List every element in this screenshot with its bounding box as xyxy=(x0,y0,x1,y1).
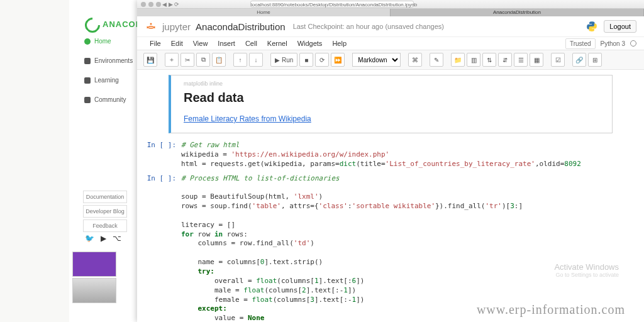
link-developer-blog[interactable]: Developer Blog xyxy=(83,205,127,218)
copy-icon[interactable]: ⧉ xyxy=(196,53,210,67)
add-cell-icon[interactable]: ＋ xyxy=(165,53,179,67)
link-documentation[interactable]: Documentation xyxy=(83,191,127,203)
menu-insert[interactable]: Insert xyxy=(213,37,240,50)
cell-prompt: In [ ]: xyxy=(143,174,181,322)
nav-community[interactable]: Community xyxy=(80,90,136,109)
run-label: Run xyxy=(282,57,293,64)
window-controls[interactable] xyxy=(141,2,161,7)
logout-button[interactable]: Logout xyxy=(604,20,636,33)
save-icon[interactable]: 💾 xyxy=(143,53,157,67)
code-body[interactable]: # Process HTML to list-of-dictionaries s… xyxy=(181,174,613,322)
nav-label: Home xyxy=(94,38,111,45)
tab-home[interactable]: Home xyxy=(137,9,391,16)
book-icon xyxy=(84,77,91,84)
nav-label: Learning xyxy=(94,77,119,84)
menu-edit[interactable]: Edit xyxy=(166,37,188,50)
edit-icon[interactable]: ✎ xyxy=(430,53,443,67)
list-icon[interactable]: ☰ xyxy=(514,53,528,67)
jupyter-toolbar: 💾 ＋ ✂ ⧉ 📋 ↑ ↓ ▶ Run ■ ⟳ ⏩ Markdown ⌘ ✎ 📁… xyxy=(137,50,644,70)
svg-point-0 xyxy=(150,23,152,25)
image-icon[interactable]: ⊞ xyxy=(588,53,602,67)
tab-notebook[interactable]: AnacondaDistribution xyxy=(391,9,644,16)
kernel-name[interactable]: Python 3 xyxy=(601,40,625,47)
browser-tabs: Home AnacondaDistribution xyxy=(137,9,644,16)
jupyter-logo-icon xyxy=(145,20,157,33)
fast-forward-icon[interactable]: ⏩ xyxy=(331,53,345,67)
md-faint-text: matplotlib inline xyxy=(184,80,599,87)
notebook-body: matplotlib inline Read data Female Liter… xyxy=(137,70,644,322)
menu-bar: File Edit View Insert Cell Kernel Widget… xyxy=(137,37,644,50)
checkpoint-text: Last Checkpoint: an hour ago (unsaved ch… xyxy=(293,23,444,30)
menu-kernel[interactable]: Kernel xyxy=(262,37,292,50)
cube-icon xyxy=(84,58,91,64)
anaconda-logo: ANACON xyxy=(85,18,142,33)
code-cell-1[interactable]: In [ ]: # Get raw html wikipedia = 'http… xyxy=(143,141,613,169)
sort-desc-icon[interactable]: ⇵ xyxy=(498,53,512,67)
github-icon[interactable]: ⌥ xyxy=(113,234,121,243)
code-cell-2[interactable]: In [ ]: # Process HTML to list-of-dictio… xyxy=(143,174,613,322)
nav-learning[interactable]: Learning xyxy=(80,70,136,90)
run-button[interactable]: ▶ Run xyxy=(270,53,297,67)
twitter-icon[interactable]: 🐦 xyxy=(85,234,94,243)
sort-asc-icon[interactable]: ⇅ xyxy=(482,53,496,67)
url-bar[interactable]: localhost:8890/notebooks/Desktop/Distrib… xyxy=(250,1,414,8)
nav-environments[interactable]: Environments xyxy=(80,51,136,70)
jupyter-header: jupyter AnacondaDistribution Last Checkp… xyxy=(137,16,644,37)
activate-windows: Activate Windows Go to Settings to activ… xyxy=(554,262,619,278)
cut-icon[interactable]: ✂ xyxy=(180,53,194,67)
command-palette-icon[interactable]: ⌘ xyxy=(408,53,422,67)
home-icon xyxy=(84,38,91,45)
md-heading: Read data xyxy=(184,91,599,105)
menu-view[interactable]: View xyxy=(188,37,213,50)
code-body[interactable]: # Get raw html wikipedia = 'https://en.w… xyxy=(181,141,613,169)
grid-icon[interactable]: ▦ xyxy=(530,53,543,67)
social-icons: 🐦 ▶ ⌥ xyxy=(85,234,121,243)
cell-type-select[interactable]: Markdown xyxy=(352,53,401,67)
nav-home[interactable]: Home xyxy=(80,31,136,51)
youtube-icon[interactable]: ▶ xyxy=(101,234,106,243)
folder-icon[interactable]: 📁 xyxy=(451,53,465,67)
menu-help[interactable]: Help xyxy=(327,37,352,50)
stop-icon[interactable]: ■ xyxy=(299,53,313,67)
browser-toolbar: ◀ ▶ ⟳ localhost:8890/notebooks/Desktop/D… xyxy=(137,0,644,9)
python-icon xyxy=(586,21,597,32)
nav-label: Environments xyxy=(94,57,133,64)
link-feedback[interactable]: Feedback xyxy=(83,219,127,232)
move-down-icon[interactable]: ↓ xyxy=(249,53,263,67)
paste-icon[interactable]: 📋 xyxy=(212,53,226,67)
md-link[interactable]: Female Literacy Rates from Wikipedia xyxy=(184,114,311,123)
anaconda-footer-links: Documentation Developer Blog Feedback xyxy=(83,189,127,234)
cell-prompt: In [ ]: xyxy=(143,141,181,169)
app-tile[interactable] xyxy=(72,278,116,303)
menu-cell[interactable]: Cell xyxy=(240,37,262,50)
notebook-title[interactable]: AnacondaDistribution xyxy=(196,21,286,32)
markdown-cell[interactable]: matplotlib inline Read data Female Liter… xyxy=(169,75,613,133)
menu-file[interactable]: File xyxy=(145,37,166,50)
check-icon[interactable]: ☑ xyxy=(551,53,565,67)
move-up-icon[interactable]: ↑ xyxy=(233,53,247,67)
kernel-indicator-icon xyxy=(630,40,636,47)
nav-label: Community xyxy=(94,96,126,103)
jupyter-word: jupyter xyxy=(162,21,191,32)
anaconda-nav: Home Environments Learning Community xyxy=(80,31,136,109)
menu-widgets[interactable]: Widgets xyxy=(292,37,328,50)
people-icon xyxy=(84,97,91,103)
watermark: www.erp-information.com xyxy=(477,303,625,317)
nav-buttons[interactable]: ◀ ▶ ⟳ xyxy=(162,1,179,8)
link-icon[interactable]: 🔗 xyxy=(572,53,586,67)
columns-icon[interactable]: ▥ xyxy=(467,53,480,67)
restart-icon[interactable]: ⟳ xyxy=(315,53,329,67)
app-tile[interactable] xyxy=(72,252,116,277)
trusted-badge[interactable]: Trusted xyxy=(565,38,596,49)
